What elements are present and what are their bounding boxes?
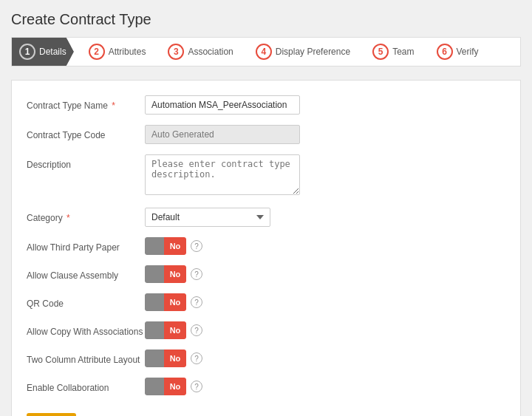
wizard-step-display-preference[interactable]: 4 Display Preference (241, 38, 358, 66)
toggle-off-part (145, 237, 164, 255)
category-select[interactable]: Default (145, 208, 270, 227)
step-label-verify: Verify (457, 47, 479, 57)
toggle-no-label: No (164, 265, 186, 283)
two-column-attribute-layout-help-icon[interactable]: ? (191, 352, 202, 364)
toggle-off-part (145, 321, 164, 339)
allow-copy-with-associations-row: Allow Copy With Associations No ? (27, 321, 505, 339)
enable-collaboration-help-icon[interactable]: ? (191, 381, 202, 392)
description-wrap (145, 154, 505, 197)
description-label: Description (27, 154, 145, 171)
contract-type-code-row: Contract Type Code (27, 125, 505, 144)
allow-third-party-paper-toggle-row: No ? (145, 237, 505, 255)
step-label-association: Association (188, 47, 233, 57)
allow-clause-assembly-toggle[interactable]: No (145, 265, 186, 283)
allow-third-party-paper-toggle[interactable]: No (145, 237, 186, 255)
contract-type-name-row: Contract Type Name * (27, 95, 505, 115)
toggle-off-part (145, 378, 164, 395)
enable-collaboration-label: Enable Collaboration (27, 378, 145, 395)
allow-clause-assembly-help-icon[interactable]: ? (191, 268, 202, 280)
step-number-2: 2 (89, 44, 105, 60)
wizard-step-attributes[interactable]: 2 Attributes (74, 38, 154, 66)
allow-third-party-paper-label: Allow Third Party Paper (27, 237, 145, 254)
allow-third-party-paper-help-icon[interactable]: ? (191, 240, 202, 252)
allow-third-party-paper-wrap: No ? (145, 237, 505, 255)
toggle-no-label: No (164, 237, 186, 255)
step-label-team: Team (392, 47, 414, 57)
step-label-details: Details (39, 47, 66, 57)
wizard-step-verify[interactable]: 6 Verify (422, 38, 486, 66)
allow-clause-assembly-toggle-row: No ? (145, 265, 505, 283)
two-column-attribute-layout-row: Two Column Attribute Layout No ? (27, 349, 505, 367)
toggle-off-part (145, 349, 164, 367)
wizard-step-association[interactable]: 3 Association (153, 38, 240, 66)
step-label-attributes: Attributes (109, 47, 146, 57)
toggle-off-part (145, 293, 164, 311)
page-title: Create Contract Type (11, 11, 521, 28)
category-wrap: Default (145, 208, 505, 227)
qr-code-help-icon[interactable]: ? (191, 296, 202, 308)
two-column-attribute-layout-toggle[interactable]: No (145, 349, 186, 367)
toggle-no-label: No (164, 349, 186, 367)
allow-clause-assembly-wrap: No ? (145, 265, 505, 283)
qr-code-label: QR Code (27, 293, 145, 310)
toggle-off-part (145, 265, 164, 283)
allow-clause-assembly-row: Allow Clause Assembly No ? (27, 265, 505, 283)
allow-copy-with-associations-label: Allow Copy With Associations (27, 321, 145, 338)
wizard-steps: 1 Details 2 Attributes 3 Association 4 D… (11, 37, 521, 67)
contract-type-code-label: Contract Type Code (27, 125, 145, 142)
step-number-5: 5 (372, 44, 389, 60)
allow-copy-with-associations-toggle[interactable]: No (145, 321, 186, 339)
qr-code-row: QR Code No ? (27, 293, 505, 311)
contract-type-code-input[interactable] (145, 125, 300, 144)
step-number-1: 1 (19, 44, 35, 60)
step-number-6: 6 (437, 44, 453, 60)
allow-copy-with-associations-wrap: No ? (145, 321, 505, 339)
enable-collaboration-row: Enable Collaboration No ? (27, 378, 505, 395)
step-number-4: 4 (256, 44, 272, 60)
two-column-attribute-layout-wrap: No ? (145, 349, 505, 367)
enable-collaboration-toggle-row: No ? (145, 378, 505, 395)
step-number-3: 3 (168, 44, 184, 60)
next-button[interactable]: Next (27, 413, 76, 416)
allow-clause-assembly-label: Allow Clause Assembly (27, 265, 145, 282)
two-column-toggle-row: No ? (145, 349, 505, 367)
category-required: * (64, 213, 70, 223)
allow-third-party-paper-row: Allow Third Party Paper No ? (27, 237, 505, 255)
qr-code-wrap: No ? (145, 293, 505, 311)
description-row: Description (27, 154, 505, 197)
category-label: Category * (27, 208, 145, 225)
contract-type-code-wrap (145, 125, 505, 144)
form-panel: Contract Type Name * Contract Type Code … (11, 80, 521, 416)
contract-type-name-wrap (145, 95, 505, 115)
step-label-display-preference: Display Preference (276, 47, 350, 57)
enable-collaboration-toggle[interactable]: No (145, 378, 186, 395)
allow-copy-with-associations-help-icon[interactable]: ? (191, 324, 202, 336)
qr-code-toggle[interactable]: No (145, 293, 186, 311)
toggle-no-label: No (164, 378, 186, 395)
toggle-no-label: No (164, 293, 186, 311)
enable-collaboration-wrap: No ? (145, 378, 505, 395)
contract-type-name-label: Contract Type Name * (27, 95, 145, 112)
wizard-step-details[interactable]: 1 Details (12, 38, 74, 66)
contract-type-name-input[interactable] (145, 95, 300, 115)
two-column-attribute-layout-label: Two Column Attribute Layout (27, 349, 145, 366)
qr-code-toggle-row: No ? (145, 293, 505, 311)
allow-copy-toggle-row: No ? (145, 321, 505, 339)
category-row: Category * Default (27, 208, 505, 227)
wizard-step-team[interactable]: 5 Team (358, 38, 421, 66)
description-textarea[interactable] (145, 154, 300, 195)
required-indicator: * (109, 100, 115, 111)
toggle-no-label: No (164, 321, 186, 339)
